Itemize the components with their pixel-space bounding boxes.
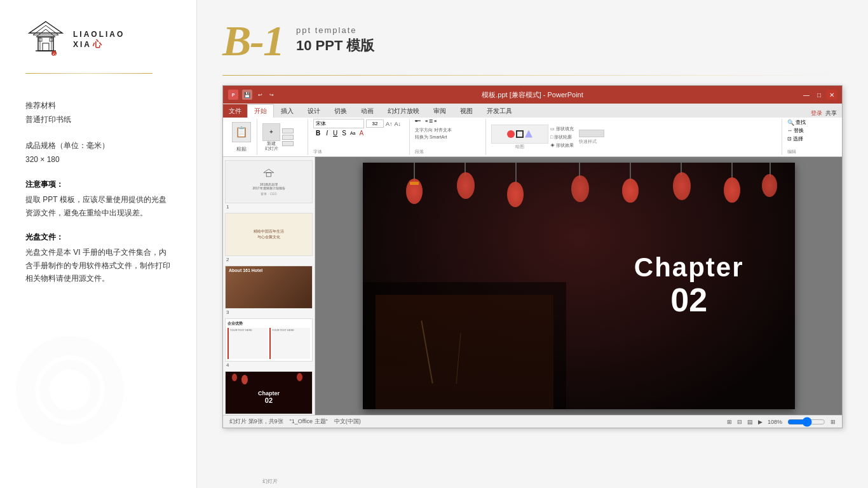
font-group-label: 字体	[313, 149, 322, 155]
align-text-button[interactable]: 对齐文本	[434, 127, 452, 133]
ribbon-content: 📋 粘贴 + 新建幻灯片 幻灯片 宋体 3	[223, 118, 842, 157]
list-item[interactable]: About 161 Hotel 3	[225, 266, 313, 316]
new-slide-button[interactable]: +	[262, 123, 280, 141]
header-title: 10 PPT 模版	[296, 36, 374, 55]
select-button[interactable]: ⊡ 选择	[787, 135, 803, 142]
tab-view[interactable]: 视图	[453, 104, 480, 118]
svg-rect-3	[38, 37, 53, 51]
svg-text:心: 心	[52, 52, 57, 56]
text-direction-button[interactable]: 文字方向	[415, 127, 433, 133]
zoom-slider[interactable]	[787, 417, 825, 427]
align-left-button[interactable]: ≡	[415, 119, 424, 125]
chapter-text-block: Chapter 02	[634, 253, 744, 318]
slide-number-4: 4	[225, 362, 313, 369]
status-right: ⊞ ⊟ ▤ ▶ 108% ⊞	[727, 417, 836, 427]
minimize-button[interactable]: —	[801, 90, 811, 100]
logo-name-bottom: XIA 心	[73, 39, 125, 50]
header-section: B-1 PPT template 10 PPT 模版	[222, 19, 843, 62]
replace-button[interactable]: ↔ 替换	[787, 127, 804, 134]
redo-icon[interactable]: ↪	[268, 90, 275, 100]
tab-insert[interactable]: 插入	[274, 104, 301, 118]
find-button[interactable]: 🔍 查找	[787, 119, 806, 126]
font-color-button[interactable]: A	[358, 130, 365, 137]
ppt-window: P 💾 ↩ ↪ 模板.ppt [兼容模式] - PowerPoint — □ ✕	[222, 85, 843, 428]
shape-fill-button[interactable]: ▭ 形状填充	[550, 126, 574, 132]
quick-styles-label: 快速样式	[579, 139, 604, 145]
font-dec-button[interactable]: A↓	[395, 121, 402, 127]
tab-file[interactable]: 文件	[223, 104, 247, 118]
logo-icon: 心	[25, 19, 67, 60]
spec-label: 成品规格（单位：毫米）	[25, 139, 171, 153]
view-normal-icon[interactable]: ⊞	[727, 419, 732, 425]
font-inc-button[interactable]: A↑	[386, 121, 393, 127]
login-btn[interactable]: 登录	[811, 109, 822, 118]
tab-developer[interactable]: 开发工具	[480, 104, 519, 118]
disc-label: 光盘文件：	[25, 232, 171, 243]
list-item[interactable]: 精绘中国百年生活与心会聚文化 2	[225, 213, 313, 263]
note-label: 注意事项：	[25, 179, 171, 190]
new-slide-label: 新建幻灯片	[265, 141, 278, 151]
shadow-button[interactable]: Aa	[349, 131, 357, 135]
font-group: 宋体 32 A↑ A↓ B I U S Aa A 字体	[308, 119, 410, 155]
view-reading-icon[interactable]: ▤	[747, 419, 753, 425]
note-section: 注意事项： 提取 PPT 模板，应该尽量使用提供的光盘资源文件，避免在重绘中出现…	[25, 179, 171, 219]
header-subtitle: PPT template	[296, 25, 374, 35]
svg-rect-15	[266, 172, 271, 176]
shape-outline-button[interactable]: □ 形状轮廓	[550, 134, 574, 140]
theme-status: "1_Office 主题"	[290, 417, 328, 426]
tab-slideshow[interactable]: 幻灯片放映	[381, 104, 426, 118]
align-center-button[interactable]: ≡	[425, 119, 428, 125]
shape-effect-button[interactable]: ◈ 形状效果	[550, 142, 574, 149]
italic-button[interactable]: I	[324, 130, 330, 137]
restore-button[interactable]: □	[814, 90, 824, 100]
recommend-section: 推荐材料 普通打印书纸	[25, 99, 171, 126]
slideshow-icon[interactable]: ▶	[758, 419, 763, 425]
list-item[interactable]: Chapter 02 5	[225, 371, 313, 415]
recommend-label: 推荐材料	[25, 99, 171, 113]
paste-button[interactable]: 📋	[232, 122, 251, 142]
list-item[interactable]: 企业优势 YOUR TEXT HERE YOUR TEXT HERE 4	[225, 318, 313, 369]
tab-animation[interactable]: 动画	[354, 104, 381, 118]
zoom-label: 108%	[768, 419, 782, 425]
bullet-button[interactable]: ☰	[429, 119, 433, 125]
layout-button[interactable]	[282, 128, 294, 133]
font-size-dropdown[interactable]: 32	[366, 119, 384, 128]
undo-icon[interactable]: ↩	[256, 90, 264, 100]
active-slide: Chapter 02	[363, 163, 795, 409]
logo-text-block: LIAOLIAO XIA 心	[73, 30, 125, 50]
drawing-group-label: 绘图	[515, 144, 524, 150]
editing-group: 🔍 查找 ↔ 替换 ⊡ 选择 编辑	[782, 119, 839, 155]
tab-design[interactable]: 设计	[301, 104, 327, 118]
font-name-dropdown[interactable]: 宋体	[313, 119, 364, 128]
close-button[interactable]: ✕	[827, 90, 837, 100]
reset-button[interactable]	[282, 135, 294, 140]
chapter-number: 02	[634, 283, 744, 319]
slide-number-1: 1	[225, 203, 313, 210]
fit-icon[interactable]: ⊞	[831, 419, 836, 425]
section-button[interactable]	[282, 141, 294, 146]
logo-red-char: 心	[93, 39, 104, 50]
slide-number-2: 2	[225, 256, 313, 263]
logo-name-top: LIAOLIAO	[73, 30, 125, 39]
svg-marker-14	[264, 169, 274, 173]
strikethrough-button[interactable]: S	[341, 130, 348, 137]
convert-smartart-button[interactable]: 转换为 SmartArt	[415, 134, 447, 140]
list-item[interactable]: 161酒店总理2017年度财政计划报告 董事 · CEO 1	[225, 160, 313, 210]
tab-home[interactable]: 开始	[247, 104, 274, 118]
quick-styles-button[interactable]	[579, 130, 604, 137]
save-icon[interactable]: 💾	[242, 90, 252, 100]
left-panel: 心 LIAOLIAO XIA 心 推荐材料 普通打印书纸 成品规格（单位：毫米）…	[0, 0, 197, 488]
bold-button[interactable]: B	[313, 129, 323, 137]
view-slide-sorter-icon[interactable]: ⊟	[737, 419, 742, 425]
share-btn[interactable]: 共享	[825, 109, 837, 118]
shapes-area[interactable]	[491, 125, 548, 144]
ribbon-tabs: 文件 开始 插入 设计 切换 动画 幻灯片放映 审阅 视图 开发工具 登录 共享	[223, 104, 842, 118]
tab-review[interactable]: 审阅	[426, 104, 453, 118]
tab-transition[interactable]: 切换	[327, 104, 354, 118]
slide-number-3: 3	[225, 309, 313, 316]
language-status: 中文(中国)	[334, 417, 361, 426]
number-list-button[interactable]: ≡	[434, 119, 437, 125]
clipboard-group: 📋 粘贴	[226, 119, 257, 155]
main-content: B-1 PPT template 10 PPT 模版 P 💾 ↩ ↪	[197, 0, 868, 488]
underline-button[interactable]: U	[331, 130, 339, 137]
